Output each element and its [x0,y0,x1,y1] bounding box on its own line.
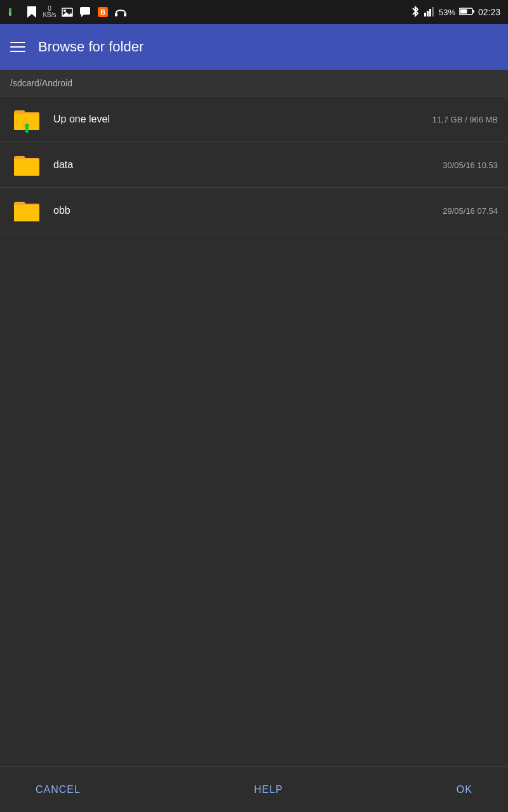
file-item-meta: 11,7 GB / 966 MB [432,114,498,125]
status-bar-right: 53% 02:23 [411,6,500,19]
app-bar: Browse for folder [0,24,508,70]
file-item-info: obb [53,205,443,216]
svg-marker-2 [27,6,36,18]
svg-marker-7 [81,15,84,17]
svg-rect-13 [427,11,429,16]
help-button[interactable]: HELP [244,779,293,801]
file-item-meta: 30/05/16 10.53 [443,159,498,171]
list-item-up-one-level[interactable]: ⬆ Up one level 11,7 GB / 966 MB [0,96,508,142]
file-item-name: Up one level [53,114,432,125]
status-bar-left: L 0KB/s B [8,6,127,18]
status-bar: L 0KB/s B [0,0,508,24]
app-bar-title: Browse for folder [38,39,144,55]
svg-marker-5 [62,12,72,16]
svg-rect-18 [472,10,474,13]
cancel-button[interactable]: CANCEL [25,779,91,801]
breadcrumb: /sdcard/Android [0,70,508,96]
list-item-obb[interactable]: obb 29/05/16 07.54 [0,188,508,233]
file-item-date: 29/05/16 07.54 [443,206,498,216]
menu-button[interactable] [10,42,25,52]
svg-rect-17 [460,9,467,13]
breadcrumb-path: /sdcard/Android [10,78,72,88]
kb-s-label: 0KB/s [43,6,56,18]
folder-icon [10,194,43,227]
svg-text:B: B [100,8,105,16]
blogger-icon: B [97,6,109,18]
file-item-info: Up one level [53,114,432,125]
svg-rect-6 [80,7,90,15]
ok-button[interactable]: OK [446,779,483,801]
svg-rect-12 [424,13,426,16]
up-arrow-icon: ⬆ [22,122,32,134]
file-item-date: 30/05/16 10.53 [443,160,498,170]
file-list: ⬆ Up one level 11,7 GB / 966 MB data 30/… [0,96,508,233]
headphones-icon [114,6,127,18]
file-item-info: data [53,159,443,171]
file-item-name: obb [53,205,443,216]
bluetooth-icon [411,6,420,19]
svg-rect-10 [115,13,117,16]
folder-up-icon: ⬆ [10,103,43,136]
svg-rect-14 [429,9,431,16]
battery-icon [459,7,474,18]
svg-text:L: L [9,11,11,15]
svg-point-4 [64,10,66,12]
image-icon [61,6,74,18]
time-display: 02:23 [478,7,500,17]
battery-text: 53% [439,8,455,17]
signal-icon [424,6,435,18]
folder-icon [10,148,43,181]
svg-rect-11 [124,13,126,16]
bottom-bar: CANCEL HELP OK [0,766,508,812]
list-item-data[interactable]: data 30/05/16 10.53 [0,142,508,188]
bookmark-icon [25,6,38,18]
line-icon: L [8,6,20,18]
chat-icon [79,6,91,18]
file-item-meta: 29/05/16 07.54 [443,205,498,216]
svg-rect-15 [432,7,434,16]
file-item-name: data [53,159,443,171]
file-item-size: 11,7 GB / 966 MB [432,115,498,124]
